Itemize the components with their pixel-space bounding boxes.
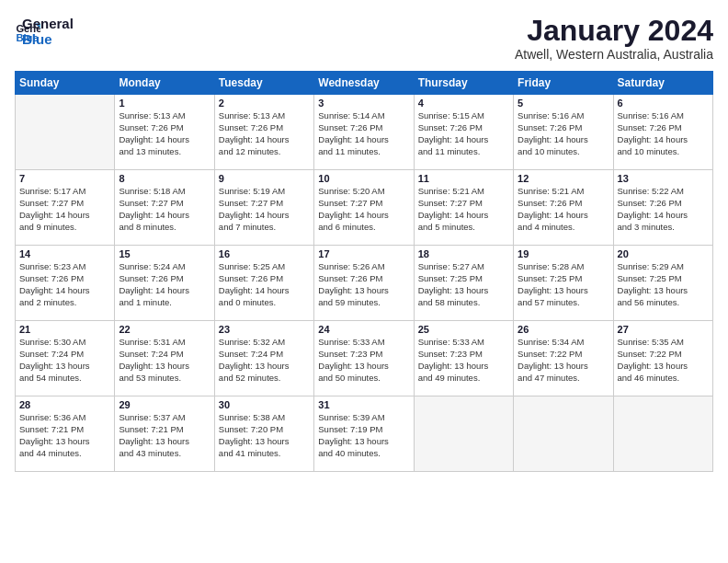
calendar-cell: 27Sunrise: 5:35 AM Sunset: 7:22 PM Dayli…: [613, 321, 712, 396]
day-number: 8: [119, 173, 210, 184]
calendar-cell: 3Sunrise: 5:14 AM Sunset: 7:26 PM Daylig…: [314, 95, 414, 170]
day-number: 21: [19, 324, 110, 335]
day-number: 31: [318, 399, 409, 410]
calendar-cell: 15Sunrise: 5:24 AM Sunset: 7:26 PM Dayli…: [115, 246, 214, 321]
day-info: Sunrise: 5:32 AM Sunset: 7:24 PM Dayligh…: [219, 337, 310, 384]
day-info: Sunrise: 5:38 AM Sunset: 7:20 PM Dayligh…: [219, 412, 310, 459]
calendar-cell: 2Sunrise: 5:13 AM Sunset: 7:26 PM Daylig…: [214, 95, 313, 170]
day-info: Sunrise: 5:17 AM Sunset: 7:27 PM Dayligh…: [19, 186, 110, 233]
day-number: 28: [19, 399, 110, 410]
logo-line2: Blue: [22, 32, 74, 48]
calendar-cell: 9Sunrise: 5:19 AM Sunset: 7:27 PM Daylig…: [214, 170, 313, 246]
day-number: 12: [518, 173, 609, 184]
calendar-cell: 5Sunrise: 5:16 AM Sunset: 7:26 PM Daylig…: [514, 95, 613, 170]
weekday-header: Friday: [514, 72, 613, 95]
calendar-cell: [414, 396, 513, 472]
day-info: Sunrise: 5:35 AM Sunset: 7:22 PM Dayligh…: [618, 337, 709, 384]
calendar-cell: 25Sunrise: 5:33 AM Sunset: 7:23 PM Dayli…: [414, 321, 513, 396]
calendar-week-row: 14Sunrise: 5:23 AM Sunset: 7:26 PM Dayli…: [16, 246, 713, 321]
logo: General Blue General Blue: [15, 15, 74, 47]
calendar-cell: 7Sunrise: 5:17 AM Sunset: 7:27 PM Daylig…: [16, 170, 115, 246]
calendar-cell: 26Sunrise: 5:34 AM Sunset: 7:22 PM Dayli…: [514, 321, 613, 396]
calendar-cell: 13Sunrise: 5:22 AM Sunset: 7:26 PM Dayli…: [613, 170, 712, 246]
calendar-cell: 11Sunrise: 5:21 AM Sunset: 7:27 PM Dayli…: [414, 170, 513, 246]
weekday-header: Sunday: [16, 72, 115, 95]
weekday-header: Wednesday: [314, 72, 414, 95]
day-number: 6: [618, 98, 709, 109]
calendar-cell: 20Sunrise: 5:29 AM Sunset: 7:25 PM Dayli…: [613, 246, 712, 321]
day-number: 4: [418, 98, 509, 109]
day-info: Sunrise: 5:26 AM Sunset: 7:26 PM Dayligh…: [318, 261, 409, 308]
day-info: Sunrise: 5:27 AM Sunset: 7:25 PM Dayligh…: [418, 261, 509, 308]
day-info: Sunrise: 5:21 AM Sunset: 7:26 PM Dayligh…: [518, 186, 609, 233]
calendar-week-row: 7Sunrise: 5:17 AM Sunset: 7:27 PM Daylig…: [16, 170, 713, 246]
day-info: Sunrise: 5:22 AM Sunset: 7:26 PM Dayligh…: [618, 186, 709, 233]
day-info: Sunrise: 5:36 AM Sunset: 7:21 PM Dayligh…: [19, 412, 110, 459]
calendar-cell: 4Sunrise: 5:15 AM Sunset: 7:26 PM Daylig…: [414, 95, 513, 170]
day-number: 26: [518, 324, 609, 335]
day-number: 15: [119, 248, 210, 259]
day-number: 25: [418, 324, 509, 335]
calendar-cell: 23Sunrise: 5:32 AM Sunset: 7:24 PM Dayli…: [214, 321, 313, 396]
day-info: Sunrise: 5:28 AM Sunset: 7:25 PM Dayligh…: [518, 261, 609, 308]
calendar-cell: 12Sunrise: 5:21 AM Sunset: 7:26 PM Dayli…: [514, 170, 613, 246]
weekday-header: Thursday: [414, 72, 513, 95]
day-info: Sunrise: 5:29 AM Sunset: 7:25 PM Dayligh…: [618, 261, 709, 308]
logo-line1: General: [22, 17, 74, 32]
day-info: Sunrise: 5:13 AM Sunset: 7:26 PM Dayligh…: [219, 110, 310, 157]
day-number: 17: [318, 248, 409, 259]
day-number: 22: [119, 324, 210, 335]
month-title: January 2024: [515, 15, 713, 47]
calendar-week-row: 21Sunrise: 5:30 AM Sunset: 7:24 PM Dayli…: [16, 321, 713, 396]
day-info: Sunrise: 5:24 AM Sunset: 7:26 PM Dayligh…: [119, 261, 210, 308]
day-number: 18: [418, 248, 509, 259]
day-number: 30: [219, 399, 310, 410]
title-area: January 2024 Atwell, Western Australia, …: [515, 15, 713, 62]
calendar-cell: 22Sunrise: 5:31 AM Sunset: 7:24 PM Dayli…: [115, 321, 214, 396]
calendar-cell: 19Sunrise: 5:28 AM Sunset: 7:25 PM Dayli…: [514, 246, 613, 321]
day-number: 1: [119, 98, 210, 109]
calendar-cell: 21Sunrise: 5:30 AM Sunset: 7:24 PM Dayli…: [16, 321, 115, 396]
day-number: 19: [518, 248, 609, 259]
day-number: 29: [119, 399, 210, 410]
day-info: Sunrise: 5:15 AM Sunset: 7:26 PM Dayligh…: [418, 110, 509, 157]
day-info: Sunrise: 5:25 AM Sunset: 7:26 PM Dayligh…: [219, 261, 310, 308]
calendar-cell: 16Sunrise: 5:25 AM Sunset: 7:26 PM Dayli…: [214, 246, 313, 321]
subtitle: Atwell, Western Australia, Australia: [515, 47, 713, 62]
calendar-cell: [514, 396, 613, 472]
day-info: Sunrise: 5:13 AM Sunset: 7:26 PM Dayligh…: [119, 110, 210, 157]
day-number: 14: [19, 248, 110, 259]
calendar-week-row: 1Sunrise: 5:13 AM Sunset: 7:26 PM Daylig…: [16, 95, 713, 170]
calendar-cell: 17Sunrise: 5:26 AM Sunset: 7:26 PM Dayli…: [314, 246, 414, 321]
day-number: 11: [418, 173, 509, 184]
day-info: Sunrise: 5:16 AM Sunset: 7:26 PM Dayligh…: [618, 110, 709, 157]
day-info: Sunrise: 5:34 AM Sunset: 7:22 PM Dayligh…: [518, 337, 609, 384]
day-number: 9: [219, 173, 310, 184]
day-number: 24: [318, 324, 409, 335]
day-number: 20: [618, 248, 709, 259]
day-number: 16: [219, 248, 310, 259]
header: General Blue General Blue January 2024 A…: [15, 15, 713, 62]
calendar-cell: 18Sunrise: 5:27 AM Sunset: 7:25 PM Dayli…: [414, 246, 513, 321]
weekday-header: Monday: [115, 72, 214, 95]
day-number: 7: [19, 173, 110, 184]
weekday-header: Tuesday: [214, 72, 313, 95]
calendar-cell: 29Sunrise: 5:37 AM Sunset: 7:21 PM Dayli…: [115, 396, 214, 472]
calendar-cell: 1Sunrise: 5:13 AM Sunset: 7:26 PM Daylig…: [115, 95, 214, 170]
calendar-cell: [16, 95, 115, 170]
day-info: Sunrise: 5:19 AM Sunset: 7:27 PM Dayligh…: [219, 186, 310, 233]
calendar-cell: 14Sunrise: 5:23 AM Sunset: 7:26 PM Dayli…: [16, 246, 115, 321]
day-info: Sunrise: 5:20 AM Sunset: 7:27 PM Dayligh…: [318, 186, 409, 233]
day-number: 13: [618, 173, 709, 184]
calendar-cell: 8Sunrise: 5:18 AM Sunset: 7:27 PM Daylig…: [115, 170, 214, 246]
calendar-cell: 24Sunrise: 5:33 AM Sunset: 7:23 PM Dayli…: [314, 321, 414, 396]
day-number: 2: [219, 98, 310, 109]
day-info: Sunrise: 5:33 AM Sunset: 7:23 PM Dayligh…: [318, 337, 409, 384]
day-number: 10: [318, 173, 409, 184]
day-info: Sunrise: 5:18 AM Sunset: 7:27 PM Dayligh…: [119, 186, 210, 233]
day-info: Sunrise: 5:14 AM Sunset: 7:26 PM Dayligh…: [318, 110, 409, 157]
weekday-header: Saturday: [613, 72, 712, 95]
day-info: Sunrise: 5:23 AM Sunset: 7:26 PM Dayligh…: [19, 261, 110, 308]
day-number: 23: [219, 324, 310, 335]
calendar-cell: 6Sunrise: 5:16 AM Sunset: 7:26 PM Daylig…: [613, 95, 712, 170]
